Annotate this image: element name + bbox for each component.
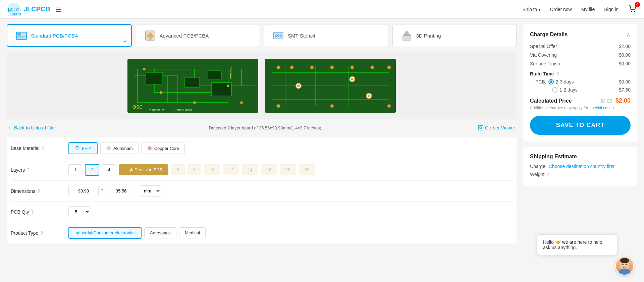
layers-high-precision[interactable]: High Precision PCB: [119, 164, 168, 175]
shipping-weight-label: Weight: [530, 172, 544, 177]
layers-8[interactable]: 8: [187, 164, 201, 175]
svg-point-3: [631, 11, 632, 12]
svg-point-52: [277, 66, 280, 69]
build-time-row-1: PCB: 2-3 days $0.00: [535, 79, 631, 84]
tab-printing-label: 3D Printing: [416, 33, 441, 39]
build-time-options: PCB: 2-3 days $0.00 1-2 days $7.50: [535, 79, 631, 93]
base-material-copper[interactable]: Copper Core: [141, 143, 185, 154]
price-final: $2.00: [615, 97, 631, 104]
layers-16[interactable]: 16: [261, 164, 277, 175]
layers-10[interactable]: 10: [204, 164, 220, 175]
product-type-medical[interactable]: Medical: [179, 227, 206, 238]
special-offer-value: $2.00: [619, 44, 631, 49]
layers-4[interactable]: 4: [102, 164, 116, 175]
dimension-height-input[interactable]: [106, 186, 136, 196]
svg-rect-31: [146, 72, 163, 84]
product-type-controls: Industrial/Consumer electronics Aerospac…: [68, 227, 206, 239]
svg-point-65: [351, 78, 354, 80]
base-material-controls: FR-4 Aluminum Copper Core: [68, 142, 185, 154]
svg-point-36: [160, 91, 162, 94]
cart-button[interactable]: 0: [628, 4, 637, 14]
build-12-radio[interactable]: [552, 87, 557, 93]
pcb-label: PCB:: [535, 79, 546, 84]
surface-finish-value: $0.00: [619, 61, 631, 66]
layers-6[interactable]: 6: [171, 164, 185, 175]
svg-text:JLCPCB: JLCPCB: [8, 12, 21, 16]
dimensions-controls: * mm inch: [68, 185, 161, 196]
charge-row-via-covering: Via Covering $0.00: [530, 52, 631, 58]
product-type-label: Product Type ?: [11, 230, 64, 236]
dimensions-row: Dimensions ? * mm inch: [11, 181, 513, 202]
gerber-viewer-link[interactable]: Gerber Viewer: [478, 125, 515, 131]
sign-in-link[interactable]: Sign in: [604, 7, 619, 12]
svg-text:Donut Studio: Donut Studio: [174, 108, 192, 112]
charge-row-special-offer: Special Offer $2.00: [530, 44, 631, 49]
layers-help-icon[interactable]: ?: [27, 167, 30, 173]
base-material-aluminum[interactable]: Aluminum: [100, 143, 139, 154]
layers-2[interactable]: 2: [85, 164, 99, 176]
svg-point-37: [193, 101, 196, 104]
pcb-qty-select[interactable]: 5 10 15 20 25 30: [68, 206, 90, 217]
calculated-price-values: $4.00 $2.00: [600, 97, 631, 104]
collapse-icon[interactable]: ∧: [626, 31, 631, 38]
product-type-industrial[interactable]: Industrial/Consumer electronics: [68, 227, 142, 239]
svg-point-4: [634, 11, 635, 12]
svg-point-59: [277, 104, 280, 108]
build-23-days-price: $0.00: [619, 79, 631, 84]
layers-18[interactable]: 18: [280, 164, 296, 175]
tab-advanced[interactable]: Advanced PCB/PCBA: [136, 24, 260, 47]
product-type-help-icon[interactable]: ?: [40, 230, 43, 236]
svg-marker-17: [403, 31, 411, 36]
svg-point-69: [480, 127, 482, 129]
back-upload-link[interactable]: ← Back to Upload File: [8, 125, 55, 130]
svg-rect-33: [208, 71, 221, 79]
svg-point-56: [351, 66, 354, 69]
save-to-cart-button[interactable]: SAVE TO CART: [530, 116, 631, 135]
left-panel: Standard PCB/PCBA Advanced PCB/PCBA SMT-…: [7, 24, 517, 243]
product-type-aerospace[interactable]: Aerospace: [144, 227, 176, 238]
svg-point-57: [371, 66, 374, 69]
svg-point-61: [387, 104, 391, 108]
dimensions-help-icon[interactable]: ?: [37, 188, 40, 194]
svg-point-53: [290, 66, 293, 69]
price-original: $4.00: [600, 98, 612, 104]
via-covering-label: Via Covering: [530, 52, 557, 58]
detected-text: Detected 2 layer board of 35.56x93.98mm(…: [209, 125, 324, 130]
build-time-section-title: Build Time ?: [530, 71, 631, 76]
svg-rect-6: [17, 33, 21, 36]
weight-help-icon[interactable]: ?: [546, 172, 549, 177]
svg-point-39: [240, 101, 243, 104]
svg-point-60: [330, 104, 334, 108]
layers-12[interactable]: 12: [223, 164, 239, 175]
ship-to-button[interactable]: Ship to: [523, 7, 541, 12]
layers-20[interactable]: 20: [299, 164, 315, 175]
logo[interactable]: j@LC JLCPCB JLCPCB: [7, 2, 50, 17]
build-12-days-label: 1-2 days: [559, 87, 578, 93]
layers-1[interactable]: 1: [68, 164, 82, 175]
hamburger-icon[interactable]: ☰: [56, 5, 62, 13]
pcb-image-back: [265, 59, 396, 113]
my-file-link[interactable]: My file: [581, 7, 595, 12]
special-cases-link[interactable]: special cases: [589, 106, 613, 110]
order-now-link[interactable]: Order now: [550, 7, 572, 12]
base-material-help-icon[interactable]: ?: [42, 146, 44, 151]
tab-printing[interactable]: 3D Printing: [392, 24, 517, 47]
base-material-fr4[interactable]: FR-4: [68, 142, 98, 154]
svg-point-58: [387, 66, 391, 69]
tab-standard[interactable]: Standard PCB/PCBA: [7, 24, 132, 47]
choose-destination-link[interactable]: Choose destination country first: [549, 164, 614, 169]
svg-point-54: [310, 66, 314, 69]
build-23-radio[interactable]: [548, 79, 554, 84]
logo-text: JLCPCB: [23, 5, 50, 13]
svg-point-35: [143, 68, 146, 70]
tab-stencil[interactable]: SMT-Stencil: [264, 24, 388, 47]
unit-select[interactable]: mm inch: [139, 185, 161, 196]
svg-rect-16: [403, 36, 411, 40]
build-time-help-icon[interactable]: ?: [556, 71, 559, 76]
shipping-weight-row: Weight ?: [530, 172, 631, 177]
pcb-qty-help-icon[interactable]: ?: [31, 209, 34, 215]
dimension-width-input[interactable]: [68, 186, 99, 196]
layers-14[interactable]: 14: [242, 164, 258, 175]
build-23-days-label: 2-3 days: [556, 79, 574, 84]
shipping-charge-label: Charge:: [530, 164, 547, 169]
